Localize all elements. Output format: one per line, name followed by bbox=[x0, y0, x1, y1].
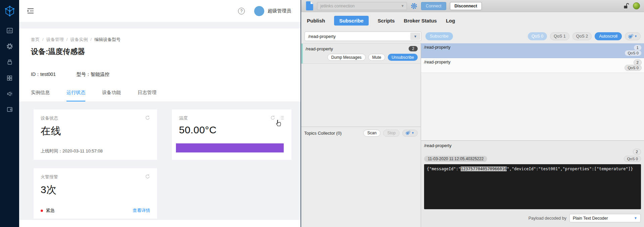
topic-bar: /read-property ▼ Subscribe QoS 0 QoS 1 Q… bbox=[301, 29, 644, 43]
sidebar-item-statistics[interactable] bbox=[6, 27, 13, 34]
tab-scripts[interactable]: Scripts bbox=[378, 18, 395, 24]
card-title: 火警报警 bbox=[41, 174, 145, 180]
payload-decoder-select[interactable]: Plain Text Decoder ▼ bbox=[569, 214, 641, 222]
fire-alarm-value: 3次 bbox=[41, 183, 150, 197]
detail-topic: /read-property bbox=[424, 143, 641, 148]
sidebar-item-devices[interactable] bbox=[6, 58, 13, 66]
refresh-icon[interactable] bbox=[145, 115, 150, 120]
mqtt-client-window: jetlinks connection ▼ Connect Disconnect… bbox=[301, 0, 644, 227]
app-header: ? 超级管理员 bbox=[19, 0, 301, 22]
sidebar-item-apps[interactable] bbox=[6, 74, 13, 82]
messages-column: /read-property 1 QoS 0 /read-property 2 … bbox=[421, 43, 644, 227]
device-usb-icon bbox=[6, 59, 13, 65]
mqtt-toolbar: jetlinks connection ▼ Connect Disconnect bbox=[301, 0, 644, 12]
message-topic: /read-property bbox=[424, 60, 641, 64]
device-status-value: 在线 bbox=[41, 124, 150, 138]
gears-icon bbox=[406, 131, 410, 135]
topics-collector-settings-button[interactable]: ▼ bbox=[402, 130, 418, 137]
tab-broker-status[interactable]: Broker Status bbox=[404, 18, 437, 24]
breadcrumb-separator: / bbox=[42, 37, 44, 42]
breadcrumb-separator: / bbox=[66, 37, 68, 42]
sidebar-item-settings[interactable] bbox=[6, 43, 13, 50]
temperature-bar bbox=[176, 143, 284, 152]
mqtt-tabs: Publish Subscribe Scripts Broker Status … bbox=[301, 12, 644, 29]
menu-collapse-button[interactable] bbox=[27, 8, 34, 14]
bottom-strip bbox=[19, 220, 301, 227]
payload-decoder-value: Plain Text Decoder bbox=[573, 216, 608, 221]
chevron-down-icon: ▼ bbox=[411, 131, 414, 135]
subscribe-settings-button[interactable]: ▼ bbox=[625, 32, 641, 40]
topic-input[interactable]: /read-property ▼ bbox=[305, 32, 421, 41]
connection-profile-select[interactable]: jetlinks connection ▼ bbox=[317, 2, 407, 10]
connection-status-light bbox=[633, 2, 640, 9]
page-body: 首页/设备管理/设备实例/编辑设备型号 设备:温度传感器 ID：test001 … bbox=[19, 22, 301, 227]
jetlinks-logo[interactable] bbox=[0, 0, 19, 22]
message-row[interactable]: /read-property 1 QoS 0 bbox=[421, 43, 644, 58]
tab-instance-info[interactable]: 实例信息 bbox=[31, 90, 50, 101]
avatar[interactable] bbox=[254, 6, 264, 16]
qos0-toggle[interactable]: QoS 0 bbox=[528, 32, 547, 40]
view-details-link[interactable]: 查看详情 bbox=[133, 208, 150, 214]
tab-device-functions[interactable]: 设备功能 bbox=[102, 90, 121, 101]
mute-button[interactable]: Mute bbox=[368, 54, 385, 61]
profile-document-icon[interactable] bbox=[306, 1, 313, 10]
unlocked-padlock-icon bbox=[624, 3, 629, 9]
sidebar-item-notifications[interactable] bbox=[6, 90, 13, 97]
breadcrumb-home[interactable]: 首页 bbox=[31, 37, 40, 42]
chevron-down-icon[interactable]: ▼ bbox=[410, 33, 420, 40]
qos1-toggle[interactable]: QoS 1 bbox=[550, 32, 569, 40]
payload-text: ","deviceId":"test001","properties":["te… bbox=[507, 167, 633, 171]
subscription-topic: /read-property bbox=[306, 46, 409, 51]
current-user-name: 超级管理员 bbox=[268, 8, 291, 14]
connect-button[interactable]: Connect bbox=[421, 2, 446, 10]
cube-logo-icon bbox=[4, 5, 16, 17]
scan-button[interactable]: Scan bbox=[363, 130, 380, 137]
megaphone-icon bbox=[6, 90, 13, 97]
message-list: /read-property 1 QoS 0 /read-property 2 … bbox=[421, 43, 644, 140]
breadcrumb-separator: / bbox=[90, 37, 92, 42]
help-icon[interactable]: ? bbox=[238, 8, 245, 14]
tab-subscribe[interactable]: Subscribe bbox=[334, 16, 369, 26]
breadcrumb-current: 编辑设备型号 bbox=[94, 37, 121, 42]
breadcrumb-device-instance[interactable]: 设备实例 bbox=[70, 37, 88, 42]
menu-fold-icon bbox=[27, 8, 34, 14]
breadcrumb-device-management[interactable]: 设备管理 bbox=[46, 37, 64, 42]
card-title: 设备状态 bbox=[41, 115, 145, 121]
detail-qos-tag: QoS 0 bbox=[624, 156, 641, 162]
stop-button[interactable]: Stop bbox=[383, 130, 400, 137]
disconnect-button[interactable]: Disconnect bbox=[450, 2, 482, 10]
message-qos-tag: QoS 0 bbox=[625, 65, 642, 71]
unsubscribe-button[interactable]: Unsubscribe bbox=[388, 54, 418, 61]
refresh-icon[interactable] bbox=[270, 115, 275, 120]
jetlinks-main: ? 超级管理员 首页/设备管理/设备实例/编辑设备型号 设备:温度传感器 ID：… bbox=[19, 0, 301, 227]
tab-running-status[interactable]: 运行状态 bbox=[66, 90, 85, 101]
subscription-color-strip bbox=[301, 44, 303, 63]
tab-publish[interactable]: Publish bbox=[307, 18, 325, 24]
temperature-value: 50.00°C bbox=[179, 124, 284, 136]
payload-viewer[interactable]: {"messageId":"1237577040570966016","devi… bbox=[424, 164, 641, 209]
bar-chart-icon bbox=[6, 27, 13, 34]
gear-icon bbox=[6, 43, 13, 50]
detail-timestamp: 11-03-2020 11:12:05.40325222 bbox=[424, 156, 487, 162]
gears-icon bbox=[628, 34, 633, 39]
message-row[interactable]: /read-property 2 QoS 0 bbox=[421, 58, 644, 73]
refresh-icon[interactable] bbox=[145, 174, 150, 179]
alarm-severity: 紧急 bbox=[46, 208, 133, 214]
tab-log-management[interactable]: 日志管理 bbox=[138, 90, 156, 101]
page-title: 设备:温度传感器 bbox=[31, 47, 288, 57]
connection-settings-gear-icon[interactable] bbox=[411, 3, 417, 9]
list-icon[interactable] bbox=[279, 115, 284, 120]
subscription-item[interactable]: /read-property 2 Dump Messages Mute Unsu… bbox=[301, 43, 421, 64]
subscribe-button[interactable]: Subscribe bbox=[425, 32, 453, 40]
tab-log[interactable]: Log bbox=[446, 18, 455, 24]
detail-index-badge: 2 bbox=[633, 149, 641, 155]
wallet-icon bbox=[6, 106, 13, 113]
decoder-label: Payload decoded by bbox=[528, 216, 566, 221]
dump-messages-button[interactable]: Dump Messages bbox=[327, 54, 366, 61]
device-status-card: 设备状态 在线 上线时间：2020-03-11 10 bbox=[34, 109, 157, 160]
sidebar-item-records[interactable] bbox=[6, 106, 13, 113]
autoscroll-toggle[interactable]: Autoscroll bbox=[595, 32, 622, 40]
fire-alarm-card: 火警报警 3次 紧 bbox=[34, 168, 157, 219]
qos2-toggle[interactable]: QoS 2 bbox=[572, 32, 592, 40]
decoder-footer: Payload decoded by Plain Text Decoder ▼ bbox=[421, 209, 644, 227]
